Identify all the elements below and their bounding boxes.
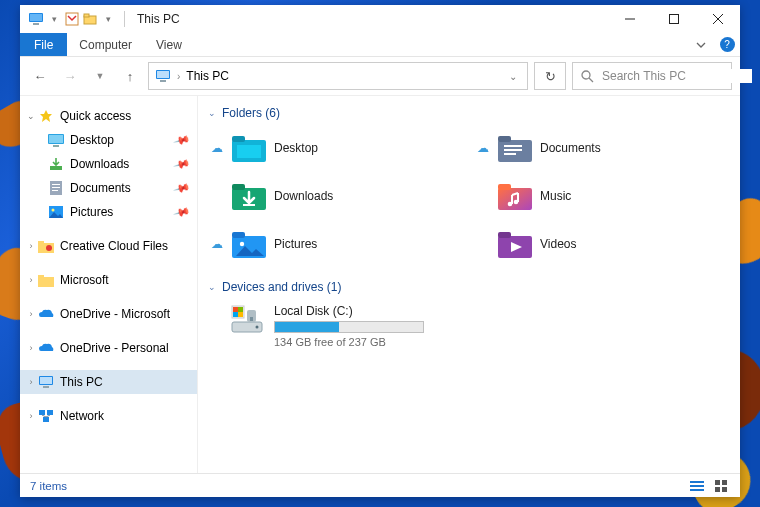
- drive-free-text: 134 GB free of 237 GB: [274, 336, 424, 348]
- svg-rect-68: [690, 485, 704, 487]
- sidebar-item-creative-cloud[interactable]: › Creative Cloud Files: [20, 234, 197, 258]
- folder-tile-music[interactable]: Music: [472, 174, 728, 218]
- drive-item-local-disk-c[interactable]: Local Disk (C:) 134 GB free of 237 GB: [206, 300, 728, 352]
- svg-rect-69: [690, 489, 704, 491]
- svg-rect-18: [53, 145, 59, 147]
- qat-dropdown-icon[interactable]: ▾: [100, 11, 116, 27]
- sidebar-item-this-pc[interactable]: › This PC: [20, 370, 197, 394]
- sidebar-item-label: Downloads: [70, 157, 129, 171]
- folder-icon: [38, 272, 54, 288]
- documents-folder-icon: [498, 133, 532, 163]
- drive-info: Local Disk (C:) 134 GB free of 237 GB: [274, 304, 424, 348]
- search-icon: [581, 70, 594, 83]
- cloud-sync-icon: ☁: [476, 141, 490, 155]
- sidebar-item-label: Documents: [70, 181, 131, 195]
- maximize-button[interactable]: [652, 5, 696, 33]
- chevron-right-icon[interactable]: ›: [24, 343, 38, 353]
- sidebar-item-onedrive-personal[interactable]: › OneDrive - Personal: [20, 336, 197, 360]
- svg-rect-73: [722, 487, 727, 492]
- sidebar-item-label: Microsoft: [60, 273, 109, 287]
- properties-icon[interactable]: [64, 11, 80, 27]
- sidebar-item-label: Creative Cloud Files: [60, 239, 168, 253]
- large-icons-view-button[interactable]: [712, 478, 730, 494]
- folder-label: Pictures: [274, 237, 317, 251]
- sidebar-item-network[interactable]: › Network: [20, 404, 197, 428]
- sidebar-item-label: OneDrive - Microsoft: [60, 307, 170, 321]
- drive-usage-bar: [274, 321, 424, 333]
- svg-rect-19: [50, 166, 62, 170]
- address-dropdown-icon[interactable]: ⌄: [505, 71, 521, 82]
- folder-label: Desktop: [274, 141, 318, 155]
- sidebar-item-desktop[interactable]: Desktop 📌: [20, 128, 197, 152]
- pin-icon: 📌: [173, 155, 192, 173]
- tab-computer[interactable]: Computer: [67, 33, 144, 56]
- sidebar-item-pictures[interactable]: Pictures 📌: [20, 200, 197, 224]
- details-view-button[interactable]: [688, 478, 706, 494]
- svg-rect-49: [498, 184, 511, 190]
- svg-rect-29: [38, 277, 54, 287]
- svg-rect-70: [715, 480, 720, 485]
- sidebar-item-label: OneDrive - Personal: [60, 341, 169, 355]
- window-title: This PC: [137, 12, 180, 26]
- folder-tile-videos[interactable]: Videos: [472, 222, 728, 266]
- svg-rect-11: [157, 71, 169, 78]
- chevron-down-icon: ⌄: [208, 108, 216, 118]
- view-toggles: [688, 478, 730, 494]
- group-header-folders[interactable]: ⌄ Folders (6): [208, 106, 728, 120]
- music-folder-icon: [498, 181, 532, 211]
- breadcrumb[interactable]: This PC: [186, 69, 229, 83]
- new-folder-qat-icon[interactable]: [82, 11, 98, 27]
- sidebar-item-microsoft[interactable]: › Microsoft: [20, 268, 197, 292]
- help-icon: ?: [720, 37, 735, 52]
- sidebar-item-documents[interactable]: Documents 📌: [20, 176, 197, 200]
- minimize-button[interactable]: [608, 5, 652, 33]
- svg-rect-23: [52, 190, 58, 191]
- file-tab[interactable]: File: [20, 33, 67, 56]
- folder-label: Videos: [540, 237, 576, 251]
- folder-tile-desktop[interactable]: ☁ Desktop: [206, 126, 462, 170]
- chevron-right-icon[interactable]: ›: [24, 377, 38, 387]
- svg-rect-62: [238, 312, 243, 317]
- pc-icon: [155, 68, 171, 84]
- search-input[interactable]: [602, 69, 752, 83]
- address-bar[interactable]: › This PC ⌄: [148, 62, 528, 90]
- chevron-right-icon[interactable]: ›: [24, 275, 38, 285]
- close-button[interactable]: [696, 5, 740, 33]
- chevron-right-icon[interactable]: ›: [24, 411, 38, 421]
- search-box[interactable]: [572, 62, 732, 90]
- chevron-down-icon[interactable]: ⌄: [24, 111, 38, 121]
- sidebar-item-downloads[interactable]: Downloads 📌: [20, 152, 197, 176]
- svg-rect-2: [33, 23, 39, 25]
- chevron-down-icon: ⌄: [208, 282, 216, 292]
- folder-tile-downloads[interactable]: Downloads: [206, 174, 462, 218]
- forward-button[interactable]: →: [58, 64, 82, 88]
- window-controls: [608, 5, 740, 33]
- svg-rect-1: [30, 14, 42, 21]
- pictures-folder-icon: [232, 229, 266, 259]
- svg-rect-60: [238, 307, 243, 312]
- help-button[interactable]: ?: [714, 33, 740, 56]
- chevron-right-icon[interactable]: ›: [24, 241, 38, 251]
- refresh-button[interactable]: ↻: [534, 62, 566, 90]
- ribbon-collapse-icon[interactable]: [688, 33, 714, 56]
- svg-rect-38: [232, 136, 245, 142]
- recent-locations-dropdown[interactable]: ▼: [88, 64, 112, 88]
- back-button[interactable]: ←: [28, 64, 52, 88]
- videos-folder-icon: [498, 229, 532, 259]
- chevron-right-icon[interactable]: ›: [24, 309, 38, 319]
- svg-rect-39: [237, 145, 261, 158]
- up-button[interactable]: ↑: [118, 64, 142, 88]
- svg-rect-34: [39, 410, 45, 415]
- folder-tile-documents[interactable]: ☁ Documents: [472, 126, 728, 170]
- tab-view[interactable]: View: [144, 33, 194, 56]
- svg-rect-42: [504, 145, 522, 147]
- chevron-down-icon[interactable]: ▾: [46, 11, 62, 27]
- status-text: 7 items: [30, 480, 67, 492]
- svg-rect-21: [52, 184, 60, 185]
- folder-tile-pictures[interactable]: ☁ Pictures: [206, 222, 462, 266]
- body: ⌄ Quick access Desktop 📌 Downloads 📌 Doc…: [20, 95, 740, 473]
- sidebar-item-onedrive-microsoft[interactable]: › OneDrive - Microsoft: [20, 302, 197, 326]
- sidebar-item-quick-access[interactable]: ⌄ Quick access: [20, 104, 197, 128]
- group-header-label: Devices and drives (1): [222, 280, 341, 294]
- group-header-drives[interactable]: ⌄ Devices and drives (1): [208, 280, 728, 294]
